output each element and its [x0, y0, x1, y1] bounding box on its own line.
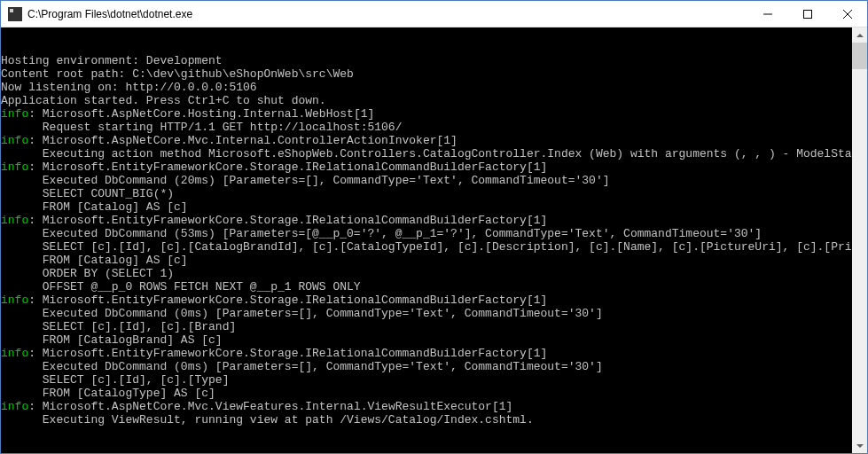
log-text: FROM [Catalog] AS [c]	[1, 200, 188, 214]
console-line: Executing action method Microsoft.eShopW…	[1, 147, 852, 160]
console-line: SELECT [c].[Id], [c].[Type]	[1, 373, 852, 387]
titlebar[interactable]: C:\Program Files\dotnet\dotnet.exe	[1, 1, 867, 27]
console-line: Hosting environment: Development	[1, 54, 852, 67]
log-text: Executing ViewResult, running view at pa…	[1, 413, 534, 427]
log-text: : Microsoft.EntityFrameworkCore.Storage.…	[28, 214, 547, 227]
scrollbar-thumb[interactable]	[852, 43, 867, 69]
log-text: Hosting environment: Development	[1, 54, 223, 67]
log-text: Now listening on: http://0.0.0.0:5106	[1, 81, 257, 94]
log-text: Executed DbCommand (0ms) [Parameters=[],…	[1, 307, 603, 320]
console: Hosting environment: DevelopmentContent …	[1, 27, 867, 453]
close-button[interactable]	[827, 1, 867, 27]
log-text: SELECT [c].[Id], [c].[CatalogBrandId], […	[1, 240, 867, 254]
console-line: info: Microsoft.EntityFrameworkCore.Stor…	[1, 214, 852, 227]
console-line: ORDER BY (SELECT 1)	[1, 267, 852, 280]
console-line: FROM [CatalogType] AS [c]	[1, 387, 852, 400]
window-controls	[747, 1, 867, 27]
log-text: SELECT [c].[Id], [c].[Brand]	[1, 320, 236, 333]
log-text: Content root path: C:\dev\github\eShopOn…	[1, 67, 354, 81]
minimize-icon	[763, 10, 772, 19]
scrollbar-down-button[interactable]	[852, 438, 867, 453]
console-line: FROM [CatalogBrand] AS [c]	[1, 333, 852, 347]
console-line: info: Microsoft.EntityFrameworkCore.Stor…	[1, 160, 852, 174]
log-text: FROM [Catalog] AS [c]	[1, 254, 188, 267]
console-line: FROM [Catalog] AS [c]	[1, 200, 852, 214]
log-text: : Microsoft.AspNetCore.Mvc.Internal.Cont…	[28, 134, 457, 147]
log-level-info: info	[1, 107, 28, 121]
log-level-info: info	[1, 400, 28, 413]
log-text: : Microsoft.AspNetCore.Hosting.Internal.…	[28, 107, 374, 121]
console-line: SELECT COUNT_BIG(*)	[1, 187, 852, 200]
console-line: info: Microsoft.AspNetCore.Mvc.ViewFeatu…	[1, 400, 852, 413]
svg-marker-4	[856, 34, 864, 37]
console-line: Content root path: C:\dev\github\eShopOn…	[1, 67, 852, 81]
console-line: SELECT [c].[Id], [c].[Brand]	[1, 320, 852, 333]
scrollbar[interactable]	[852, 27, 867, 453]
log-text: Request starting HTTP/1.1 GET http://loc…	[1, 121, 402, 134]
console-line: SELECT [c].[Id], [c].[CatalogBrandId], […	[1, 240, 852, 254]
app-icon	[8, 7, 22, 21]
scrollbar-up-button[interactable]	[852, 27, 867, 43]
log-text: Executed DbCommand (20ms) [Parameters=[]…	[1, 174, 610, 187]
log-level-info: info	[1, 160, 28, 174]
log-level-info: info	[1, 214, 28, 227]
console-line: Executing ViewResult, running view at pa…	[1, 413, 852, 427]
chevron-up-icon	[856, 34, 864, 37]
window-title: C:\Program Files\dotnet\dotnet.exe	[27, 8, 747, 20]
log-text: Executed DbCommand (53ms) [Parameters=[@…	[1, 227, 762, 240]
console-output[interactable]: Hosting environment: DevelopmentContent …	[1, 54, 867, 453]
console-line: info: Microsoft.EntityFrameworkCore.Stor…	[1, 347, 852, 360]
log-text: Executed DbCommand (0ms) [Parameters=[],…	[1, 360, 603, 373]
maximize-icon	[803, 10, 812, 19]
console-line: Executed DbCommand (0ms) [Parameters=[],…	[1, 307, 852, 320]
close-icon	[843, 10, 852, 19]
console-line: OFFSET @__p_0 ROWS FETCH NEXT @__p_1 ROW…	[1, 280, 852, 294]
console-line: Executed DbCommand (20ms) [Parameters=[]…	[1, 174, 852, 187]
log-text: FROM [CatalogType] AS [c]	[1, 387, 215, 400]
console-line: Application started. Press Ctrl+C to shu…	[1, 94, 852, 107]
console-line: FROM [Catalog] AS [c]	[1, 254, 852, 267]
log-level-info: info	[1, 347, 28, 360]
minimize-button[interactable]	[747, 1, 787, 27]
log-text: : Microsoft.EntityFrameworkCore.Storage.…	[28, 347, 547, 360]
chevron-down-icon	[856, 444, 864, 448]
svg-marker-5	[856, 444, 864, 448]
console-line: Request starting HTTP/1.1 GET http://loc…	[1, 121, 852, 134]
log-text: SELECT [c].[Id], [c].[Type]	[1, 373, 229, 387]
log-level-info: info	[1, 294, 28, 307]
log-text: SELECT COUNT_BIG(*)	[1, 187, 174, 200]
console-line: info: Microsoft.EntityFrameworkCore.Stor…	[1, 294, 852, 307]
log-text: Executing action method Microsoft.eShopW…	[1, 147, 867, 160]
log-text: ORDER BY (SELECT 1)	[1, 267, 174, 280]
svg-rect-1	[803, 10, 811, 18]
console-line: Executed DbCommand (53ms) [Parameters=[@…	[1, 227, 852, 240]
console-line: Now listening on: http://0.0.0.0:5106	[1, 81, 852, 94]
console-line: info: Microsoft.AspNetCore.Mvc.Internal.…	[1, 134, 852, 147]
log-text: : Microsoft.AspNetCore.Mvc.ViewFeatures.…	[28, 400, 512, 413]
log-text: Application started. Press Ctrl+C to shu…	[1, 94, 326, 107]
maximize-button[interactable]	[787, 1, 827, 27]
console-line: Executed DbCommand (0ms) [Parameters=[],…	[1, 360, 852, 373]
log-text: OFFSET @__p_0 ROWS FETCH NEXT @__p_1 ROW…	[1, 280, 361, 294]
log-level-info: info	[1, 134, 28, 147]
log-text: : Microsoft.EntityFrameworkCore.Storage.…	[28, 294, 547, 307]
log-text: FROM [CatalogBrand] AS [c]	[1, 333, 223, 347]
log-text: : Microsoft.EntityFrameworkCore.Storage.…	[28, 160, 547, 174]
console-line: info: Microsoft.AspNetCore.Hosting.Inter…	[1, 107, 852, 121]
